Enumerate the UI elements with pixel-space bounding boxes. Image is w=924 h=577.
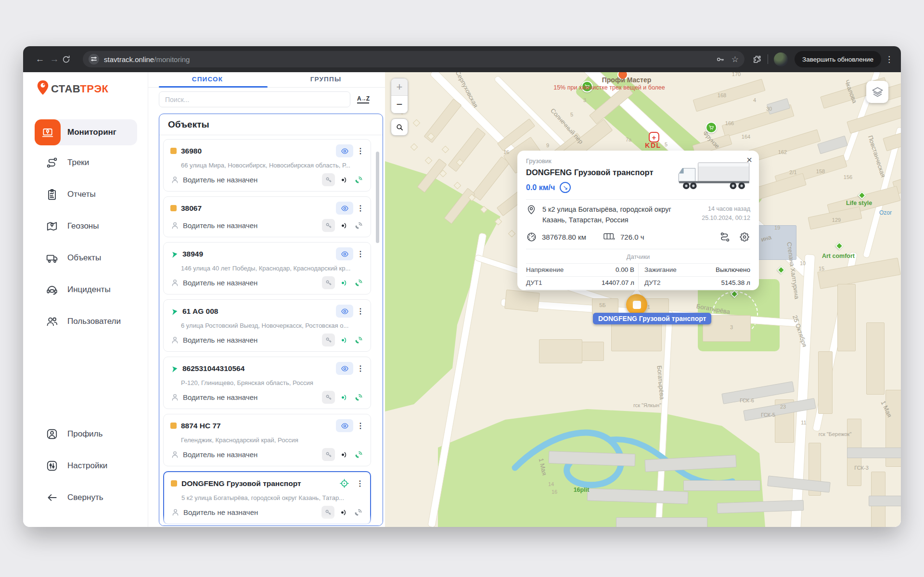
map-label: 14 xyxy=(548,481,554,487)
popup-odometer: 387678.80 км xyxy=(542,233,586,241)
back-icon[interactable]: ← xyxy=(33,54,47,64)
map-layers-button[interactable] xyxy=(866,81,888,103)
sidebar-item-Объекты[interactable]: Объекты xyxy=(23,242,148,274)
vehicle-card[interactable]: DONGFENG Грузовой транспорт ⋮ 5 к2 улица… xyxy=(163,471,371,525)
vehicle-menu-icon[interactable]: ⋮ xyxy=(356,364,365,373)
map-label: гск "Ялкын" xyxy=(633,402,661,408)
map[interactable]: + СерпуховскаяСолнечный перФрунзеЧкалова… xyxy=(385,72,901,527)
vehicle-card[interactable]: 38067 ⋮ Водитель не назначен xyxy=(163,196,371,237)
map-label: 2/1 xyxy=(789,169,796,175)
visibility-eye-icon[interactable] xyxy=(336,247,353,260)
incidents-icon xyxy=(46,283,58,296)
map-label: Фрунзе xyxy=(702,129,721,150)
driver-icon xyxy=(170,278,180,287)
sidebar-item-Геозоны[interactable]: Геозоны xyxy=(23,210,148,242)
map-label: 15% при химчистке трех вещей и более xyxy=(553,84,665,91)
sidebar-item-Мониторинг[interactable]: Мониторинг xyxy=(23,118,148,147)
bookmark-star-icon[interactable]: ☆ xyxy=(732,54,739,64)
sensor-value: Выключено xyxy=(716,266,750,273)
sidebar-footer-item-Свернуть[interactable]: Свернуть xyxy=(23,482,148,513)
popup-address: 5 к2 улица Богатырёва, городской округКа… xyxy=(542,205,693,226)
vehicle-menu-icon[interactable]: ⋮ xyxy=(356,204,365,213)
sidebar-item-Пользователи[interactable]: Пользователи xyxy=(23,306,148,337)
sidebar-footer-item-Профиль[interactable]: Профиль xyxy=(23,418,148,450)
vehicle-card[interactable]: 862531044310564 ⋮ Р-120, Глинищево, Брян… xyxy=(163,357,371,409)
zoom-out-button[interactable]: − xyxy=(391,96,408,113)
direction-arrow-icon xyxy=(170,365,178,372)
sort-az-button[interactable]: A→Z xyxy=(357,95,369,103)
map-label: 5 xyxy=(665,141,667,147)
map-label: 11 xyxy=(801,420,806,425)
settings-icon xyxy=(46,460,58,472)
vehicle-menu-icon[interactable]: ⋮ xyxy=(356,479,364,488)
map-label: Серпуховская xyxy=(454,72,480,109)
extensions-icon[interactable] xyxy=(752,54,762,64)
zoom-in-button[interactable]: + xyxy=(391,78,408,96)
sidebar-footer-item-Настройки[interactable]: Настройки xyxy=(23,450,148,482)
settings-gear-icon[interactable] xyxy=(739,231,750,243)
visibility-eye-icon[interactable] xyxy=(336,305,353,318)
vehicle-marker[interactable] xyxy=(626,294,647,315)
visibility-eye-icon[interactable] xyxy=(336,362,353,375)
ignition-status-icon xyxy=(337,448,350,461)
vehicle-name: 862531044310564 xyxy=(182,364,336,373)
vehicle-name: DONGFENG Грузовой транспорт xyxy=(181,479,335,488)
vehicle-menu-icon[interactable]: ⋮ xyxy=(356,146,365,155)
map-label: 164 xyxy=(742,134,750,140)
map-label: 1 xyxy=(647,304,650,310)
finish-update-button[interactable]: Завершить обновление xyxy=(795,51,881,67)
vehicle-card[interactable]: 8874 НС 77 ⋮ Геленджик, Краснодарский кр… xyxy=(163,414,371,466)
layers-icon xyxy=(871,86,884,99)
visibility-eye-icon[interactable] xyxy=(336,202,353,215)
direction-icon: ↘ xyxy=(560,182,571,193)
vehicle-menu-icon[interactable]: ⋮ xyxy=(356,249,365,258)
address-bar[interactable]: stavtrack.online/monitoring ☆ xyxy=(83,51,744,67)
objects-icon xyxy=(46,252,58,264)
vehicle-card[interactable]: 61 AG 008 ⋮ 6 улица Ростовский Выезд, Но… xyxy=(163,299,371,352)
map-label: 4 xyxy=(753,97,756,103)
visibility-eye-icon[interactable] xyxy=(336,419,353,432)
track-route-icon[interactable] xyxy=(719,231,731,243)
panel-tabs: СПИСОК ГРУППЫ xyxy=(148,72,385,88)
locate-target-icon[interactable] xyxy=(335,477,353,490)
driver-status: Водитель не назначен xyxy=(183,176,322,184)
sidebar-item-Инциденты[interactable]: Инциденты xyxy=(23,274,148,306)
driver-status: Водитель не назначен xyxy=(183,279,322,287)
driver-status: Водитель не назначен xyxy=(183,393,322,401)
vehicle-menu-icon[interactable]: ⋮ xyxy=(356,421,365,430)
browser-menu-icon[interactable]: ⋮ xyxy=(885,54,893,64)
popup-last-update: 14 часов назад25.10.2024, 00:12 xyxy=(693,205,750,223)
sensor-value: 5145.38 л xyxy=(721,279,750,286)
map-label: 19 xyxy=(774,225,780,231)
direction-arrow-icon xyxy=(170,250,178,258)
list-scrollbar[interactable] xyxy=(376,152,379,243)
visibility-eye-icon[interactable] xyxy=(336,144,353,157)
vehicle-menu-icon[interactable]: ⋮ xyxy=(356,307,365,316)
search-input[interactable] xyxy=(159,91,350,107)
vehicle-map-label[interactable]: DONGFENG Грузовой транспорт xyxy=(593,313,711,324)
driver-status: Водитель не назначен xyxy=(183,450,322,459)
profile-avatar[interactable] xyxy=(774,52,788,66)
vehicle-name: 8874 НС 77 xyxy=(181,422,336,430)
forward-icon[interactable]: → xyxy=(47,54,62,64)
gps-status-icon xyxy=(352,391,365,404)
vehicle-name: 38067 xyxy=(181,204,336,213)
sidebar-item-Отчеты[interactable]: Отчеты xyxy=(23,179,148,210)
sidebar-nav: Мониторинг Треки Отчеты Геозоны Объекты … xyxy=(23,118,148,337)
reload-icon[interactable] xyxy=(62,55,76,64)
ignition-status-icon xyxy=(337,276,350,289)
vehicle-address: Р-120, Глинищево, Брянская область, Росс… xyxy=(181,379,365,386)
map-search-button[interactable] xyxy=(391,118,408,136)
tab-list[interactable]: СПИСОК xyxy=(148,72,267,87)
map-label: ГСК-3 xyxy=(854,465,869,471)
map-label: ина xyxy=(760,233,772,243)
sidebar-item-Треки[interactable]: Треки xyxy=(23,147,148,179)
password-key-icon[interactable] xyxy=(716,55,725,64)
logo-pin-icon xyxy=(37,80,49,95)
site-info-icon[interactable] xyxy=(89,54,99,64)
sidebar-item-label: Геозоны xyxy=(67,221,99,231)
objects-section-title: Объекты xyxy=(159,114,383,135)
tab-groups[interactable]: ГРУППЫ xyxy=(267,72,385,87)
vehicle-card[interactable]: 38949 ⋮ 146 улица 40 лет Победы, Краснод… xyxy=(163,242,371,295)
vehicle-card[interactable]: 36980 ⋮ 66 улица Мира, Новосибирск, Ново… xyxy=(163,139,371,192)
